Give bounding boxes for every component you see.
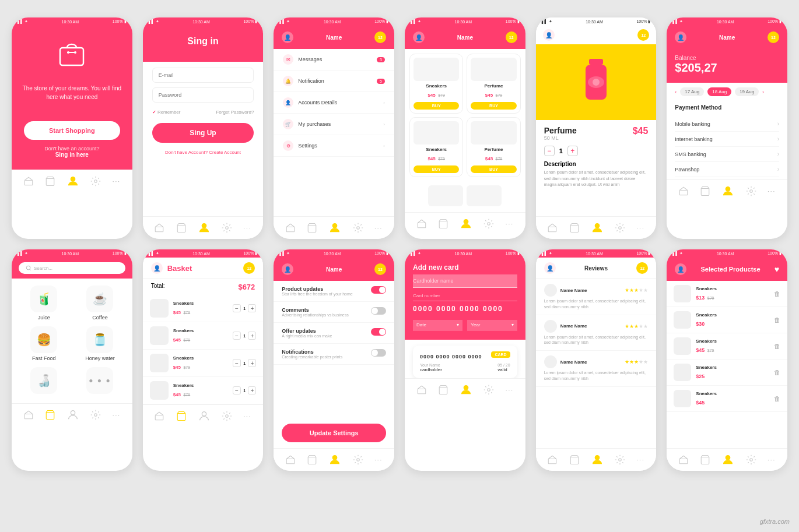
next-date-btn[interactable]: › (762, 89, 764, 95)
bag-nav10-icon[interactable] (438, 385, 448, 395)
date-18[interactable]: 18 Aug (707, 87, 731, 96)
cart-badge-detail[interactable]: 12 (637, 29, 649, 41)
menu-item-settings[interactable]: ⚙ Settings › (274, 135, 394, 157)
settings-nav9-icon[interactable] (353, 455, 363, 465)
more-nav9[interactable]: ··· (374, 457, 383, 463)
home-nav2-icon[interactable] (154, 223, 164, 233)
category-honeywater[interactable]: 🫙 Honey water (75, 326, 125, 361)
password-input[interactable] (152, 87, 254, 103)
decrease-3[interactable]: − (233, 386, 241, 394)
home-nav-icon[interactable] (23, 176, 34, 186)
more-nav6[interactable]: ··· (768, 188, 776, 195)
home-nav6-icon[interactable] (678, 186, 689, 196)
settings-nav10-icon[interactable] (483, 385, 494, 395)
user-nav4-icon[interactable] (460, 217, 472, 230)
more-nav7[interactable]: ··· (113, 412, 121, 418)
category-juice[interactable]: 🧃 Juice (19, 286, 69, 320)
increase-2[interactable]: + (248, 359, 256, 367)
product-card-1[interactable]: Perfume $45 $79 BUY (467, 54, 520, 114)
settings-nav11-icon[interactable] (615, 455, 625, 465)
user-nav7-icon[interactable] (66, 408, 79, 421)
category-more[interactable]: ● ● ● (75, 367, 125, 396)
prev-date-btn[interactable]: ‹ (675, 89, 677, 95)
bag-nav12-icon[interactable] (700, 455, 710, 465)
bag-nav9-icon[interactable] (307, 455, 317, 465)
bag-nav8-icon[interactable] (176, 411, 187, 421)
user-nav3-icon-active[interactable] (328, 221, 341, 234)
buy-btn-0[interactable]: BUY (413, 102, 459, 110)
product-card-2[interactable]: Sneakers $45 $79 BUY (409, 117, 463, 177)
update-settings-button[interactable]: Update Settings (282, 424, 386, 442)
comments-toggle[interactable] (371, 307, 386, 315)
settings-nav3-icon[interactable] (353, 223, 363, 233)
settings-nav6-icon[interactable] (746, 186, 756, 196)
email-input[interactable] (152, 68, 254, 83)
more-nav11[interactable]: ··· (636, 457, 644, 463)
decrease-1[interactable]: − (233, 332, 241, 340)
settings-nav7-icon[interactable] (90, 410, 101, 420)
user-nav6-icon[interactable] (721, 185, 734, 198)
forget-password-link[interactable]: Forget Password? (216, 110, 254, 115)
user-nav12-icon[interactable] (721, 453, 734, 466)
search-input-display[interactable]: Search... (19, 262, 125, 274)
qty-increase-btn[interactable]: + (567, 146, 578, 156)
category-bottle[interactable]: 🍶 (19, 367, 69, 396)
date-19[interactable]: 19 Aug (735, 87, 759, 96)
home-nav8-icon[interactable] (154, 411, 164, 421)
date-17[interactable]: 17 Aug (680, 87, 704, 96)
delete-item-0[interactable]: 🗑 (774, 290, 780, 297)
decrease-2[interactable]: − (233, 359, 241, 367)
product-updates-toggle[interactable] (371, 286, 386, 294)
settings-nav8-icon[interactable] (222, 411, 232, 421)
payment-pawnshop[interactable]: Pawnshop › (675, 162, 779, 177)
menu-item-accounts[interactable]: 👤 Accounts Details › (274, 92, 394, 114)
bag-nav3-icon[interactable] (307, 223, 317, 233)
decrease-0[interactable]: − (233, 304, 241, 312)
notifications-toggle[interactable] (371, 349, 386, 357)
menu-item-messages[interactable]: ✉ Messages 3 (274, 49, 394, 71)
bag-nav-icon[interactable] (45, 176, 55, 186)
buy-btn-1[interactable]: BUY (471, 102, 516, 110)
more-nav8[interactable]: ··· (243, 413, 251, 420)
remember-check[interactable]: ✔ (152, 110, 156, 115)
user-nav9-icon[interactable] (328, 453, 341, 466)
category-coffee[interactable]: ☕ Coffee (75, 286, 125, 320)
buy-btn-2[interactable]: BUY (413, 165, 459, 173)
cart-badge-settings[interactable]: 12 (374, 263, 386, 275)
bag-nav7-icon[interactable] (45, 410, 55, 420)
date-select[interactable]: Date▾ (413, 320, 462, 330)
user-nav5-icon[interactable] (591, 221, 604, 234)
menu-item-notification[interactable]: 🔔 Notification 5 (274, 71, 394, 92)
home-nav12-icon[interactable] (678, 455, 689, 465)
user-nav10-icon[interactable] (460, 383, 472, 396)
delete-item-4[interactable]: 🗑 (774, 395, 780, 402)
cart-badge-basket[interactable]: 12 (243, 262, 255, 274)
more-nav2[interactable]: ··· (243, 225, 251, 231)
home-nav10-icon[interactable] (416, 385, 427, 395)
user-nav-icon-active[interactable] (66, 175, 79, 188)
create-account-link[interactable]: Create Account (209, 150, 241, 155)
home-nav5-icon[interactable] (547, 223, 558, 233)
product-card-0[interactable]: Sneakers $45 $79 BUY (409, 54, 463, 114)
user-nav8-icon[interactable] (198, 410, 211, 422)
menu-item-purchases[interactable]: 🛒 My purchases › (274, 114, 394, 135)
signin-here-link[interactable]: Sing in here (55, 152, 89, 158)
payment-internet[interactable]: Internet banking › (675, 132, 779, 147)
home-nav11-icon[interactable] (547, 455, 558, 465)
cart-badge-reviews[interactable]: 12 (636, 262, 648, 274)
user-nav11-icon[interactable] (591, 453, 604, 466)
delete-item-2[interactable]: 🗑 (774, 343, 780, 350)
offer-updates-toggle[interactable] (371, 328, 386, 336)
bag-nav6-icon[interactable] (700, 186, 710, 196)
year-select[interactable]: Year▾ (467, 320, 517, 330)
more-nav5[interactable]: ··· (636, 225, 644, 231)
payment-sms[interactable]: SMS banking › (675, 147, 779, 162)
home-nav4-icon[interactable] (416, 219, 427, 229)
settings-nav2-icon[interactable] (222, 223, 232, 233)
increase-1[interactable]: + (248, 332, 256, 340)
product-card-3[interactable]: Perfume $45 $79 BUY (467, 117, 520, 177)
settings-nav-icon[interactable] (90, 176, 101, 186)
home-nav9-icon[interactable] (285, 455, 296, 465)
settings-nav4-icon[interactable] (483, 219, 494, 229)
increase-0[interactable]: + (248, 304, 256, 312)
